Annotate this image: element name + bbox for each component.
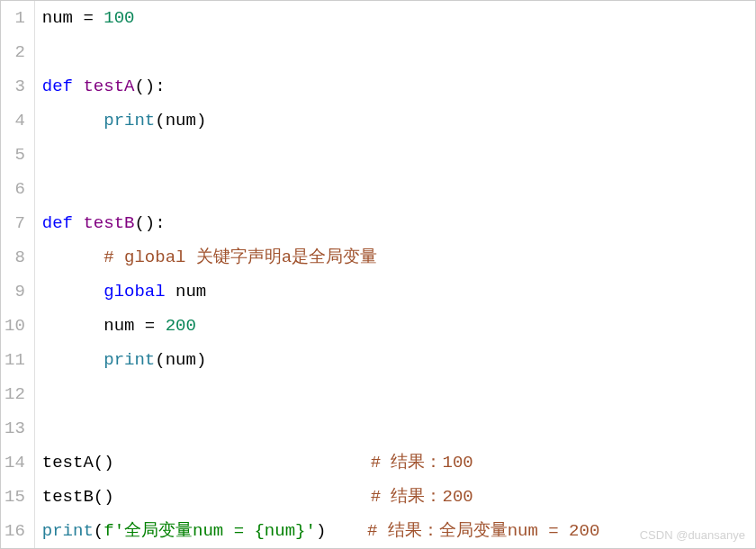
line-number: 9 xyxy=(1,274,29,309)
line-number: 8 xyxy=(1,240,29,274)
line-number: 11 xyxy=(1,343,29,377)
var-name: num xyxy=(166,111,196,130)
f-prefix: f xyxy=(104,521,113,541)
open-paren: ( xyxy=(155,111,165,130)
open-paren: ( xyxy=(155,350,165,370)
line-number: 15 xyxy=(1,480,29,514)
close-paren: ) xyxy=(196,111,206,130)
code-editor: 1 2 3 4 5 6 7 8 9 10 11 12 13 14 15 16 n… xyxy=(1,1,755,548)
number-literal: 100 xyxy=(104,8,134,28)
var-name: num xyxy=(42,8,73,28)
number-literal: 200 xyxy=(166,316,196,336)
code-line: num = 100 xyxy=(42,1,755,35)
parens: () xyxy=(94,453,114,472)
colon: : xyxy=(155,76,165,96)
line-number: 5 xyxy=(1,138,29,172)
function-call: testB xyxy=(42,487,94,507)
comment: # 结果：200 xyxy=(371,487,473,507)
line-number: 14 xyxy=(1,446,29,480)
code-line: def testA(): xyxy=(42,69,755,104)
function-name: testB xyxy=(83,213,134,233)
parens: () xyxy=(134,213,155,233)
comment: # 结果：100 xyxy=(371,453,473,472)
comment: # global 关键字声明a是全局变量 xyxy=(104,248,377,267)
code-line xyxy=(42,172,755,206)
operator: = xyxy=(83,8,93,28)
function-name: testA xyxy=(83,76,134,96)
var-name: num xyxy=(176,282,206,302)
line-number: 13 xyxy=(1,411,29,446)
line-number: 10 xyxy=(1,309,29,343)
keyword-global: global xyxy=(104,282,165,302)
code-line: num = 200 xyxy=(42,309,755,343)
line-number: 7 xyxy=(1,206,29,240)
line-number: 12 xyxy=(1,377,29,411)
code-line: testA() # 结果：100 xyxy=(42,446,755,480)
line-number: 3 xyxy=(1,69,29,104)
code-content[interactable]: num = 100 def testA(): print(num) def te… xyxy=(35,1,755,548)
close-paren: ) xyxy=(196,350,206,370)
open-paren: ( xyxy=(94,521,104,541)
parens: () xyxy=(94,487,114,507)
builtin-print: print xyxy=(104,111,155,130)
line-number: 4 xyxy=(1,104,29,138)
keyword-def: def xyxy=(42,213,73,233)
code-line: print(num) xyxy=(42,104,755,138)
line-number-gutter: 1 2 3 4 5 6 7 8 9 10 11 12 13 14 15 16 xyxy=(1,1,35,548)
code-line: # global 关键字声明a是全局变量 xyxy=(42,240,755,274)
line-number: 1 xyxy=(1,1,29,35)
code-line xyxy=(42,411,755,446)
line-number: 16 xyxy=(1,514,29,548)
close-paren: ) xyxy=(316,521,326,541)
parens: () xyxy=(134,76,155,96)
var-name: num xyxy=(166,350,196,370)
code-line xyxy=(42,377,755,411)
code-line: testB() # 结果：200 xyxy=(42,480,755,514)
code-line: global num xyxy=(42,274,755,309)
line-number: 2 xyxy=(1,35,29,69)
code-line xyxy=(42,35,755,69)
line-number: 6 xyxy=(1,172,29,206)
code-line: print(num) xyxy=(42,343,755,377)
code-line: print(f'全局变量num = {num}') # 结果：全局变量num =… xyxy=(42,514,755,548)
operator: = xyxy=(145,316,155,336)
keyword-def: def xyxy=(42,76,73,96)
colon: : xyxy=(155,213,165,233)
comment: # 结果：全局变量num = 200 xyxy=(367,521,599,541)
var-name: num xyxy=(104,316,134,336)
code-line: def testB(): xyxy=(42,206,755,240)
function-call: testA xyxy=(42,453,94,472)
code-line xyxy=(42,138,755,172)
builtin-print: print xyxy=(42,521,94,541)
builtin-print: print xyxy=(104,350,155,370)
string-literal: '全局变量num = {num}' xyxy=(114,521,316,541)
